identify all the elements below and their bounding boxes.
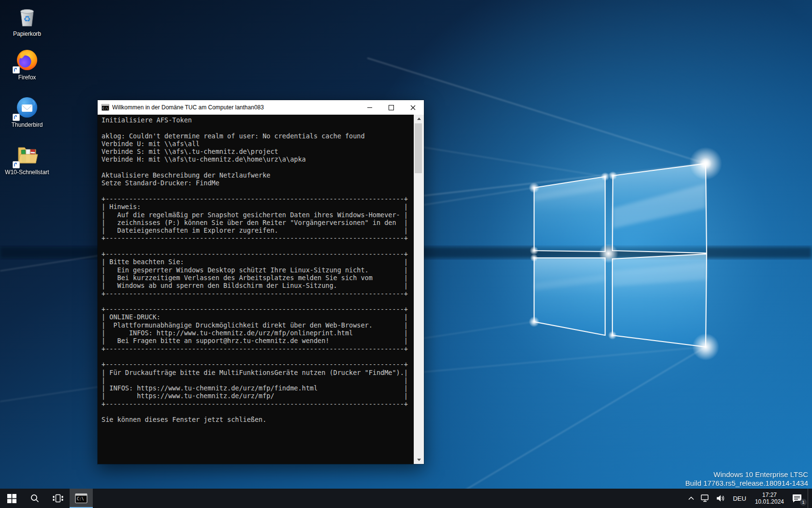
scrollbar-thumb[interactable] <box>415 123 422 173</box>
search-icon <box>30 493 40 503</box>
console-line <box>102 124 414 132</box>
desktop-icon-label: Thunderbird <box>5 122 49 128</box>
taskbar-spacer <box>93 489 685 508</box>
desktop-icon-recycle-bin[interactable]: ♻ Papierkorb <box>5 4 49 37</box>
console-line: +---------------------------------------… <box>102 360 414 368</box>
network-tray-button[interactable] <box>697 489 713 508</box>
chevron-up-icon <box>688 496 694 500</box>
console-output[interactable]: Initialisiere AFS-Tokenaklog: Couldn't d… <box>98 115 414 464</box>
console-line: | ONLINE-DRUCK: | <box>102 313 414 321</box>
firefox-icon <box>5 47 49 73</box>
cmd-icon: C:\_ <box>102 104 109 111</box>
console-line: +---------------------------------------… <box>102 234 414 242</box>
console-line: Aktualisiere Beschreibung der Netzlaufwe… <box>102 171 414 179</box>
console-line: +---------------------------------------… <box>102 400 414 408</box>
maximize-button[interactable] <box>380 100 402 115</box>
network-icon <box>701 494 710 502</box>
volume-icon <box>716 494 725 502</box>
shortcut-arrow-icon <box>13 66 20 74</box>
taskbar-cmd-button[interactable]: C:\ <box>70 489 93 508</box>
console-line <box>102 353 414 360</box>
desktop-icon-thunderbird[interactable]: Thunderbird <box>5 95 49 128</box>
console-line: | Bitte beachten Sie: | <box>102 258 414 266</box>
shortcut-arrow-icon <box>13 114 20 121</box>
console-line <box>102 187 414 195</box>
console-line: | Ein gesperrter Windows Desktop schützt… <box>102 266 414 274</box>
console-line: +---------------------------------------… <box>102 345 414 353</box>
console-line: | Hinweis: | <box>102 203 414 210</box>
folder-books-icon <box>5 142 49 167</box>
windows-build-watermark: Windows 10 Enterprise LTSC Build 17763.r… <box>685 470 808 488</box>
start-icon <box>7 494 16 503</box>
console-line: +---------------------------------------… <box>102 290 414 298</box>
show-desktop-button[interactable] <box>808 489 812 508</box>
cmd-icon: C:\ <box>75 493 87 504</box>
console-line: +---------------------------------------… <box>102 250 414 258</box>
svg-text:♻: ♻ <box>23 14 30 24</box>
console-line: Verbinde U: mit \\afs\all <box>102 140 414 148</box>
language-indicator[interactable]: DEU <box>728 489 750 508</box>
console-line: | Auf die regelmäßig per Snapshot gesich… <box>102 211 414 219</box>
console-line: aklog: Couldn't determine realm of user:… <box>102 132 414 140</box>
console-line <box>102 408 414 416</box>
desktop-icon-label: W10-Schnellstart <box>5 169 49 176</box>
close-icon <box>410 105 416 110</box>
svg-text:C:\_: C:\_ <box>102 106 109 110</box>
window-titlebar[interactable]: C:\_ Willkommen in der Domäne TUC am Com… <box>98 100 424 115</box>
console-line: | INFOS: http://www.tu-chemnitz.de/urz/m… <box>102 329 414 337</box>
watermark-build: Build 17763.rs5_release.180914-1434 <box>685 479 808 488</box>
minimize-icon <box>367 107 372 108</box>
console-line: Verbinde S: mit \\afs\.tu-chemnitz.de\pr… <box>102 148 414 155</box>
console-line: | zeichnisses (P:) können Sie über den R… <box>102 219 414 226</box>
console-line: | Plattformunabhängige Druckmöglichkeit … <box>102 321 414 329</box>
minimize-button[interactable] <box>359 100 380 115</box>
desktop-icon-w10-schnellstart[interactable]: W10-Schnellstart <box>5 142 49 176</box>
task-view-button[interactable] <box>46 489 70 508</box>
taskbar-clock[interactable]: 17:27 10.01.2024 <box>751 489 788 508</box>
clock-date: 10.01.2024 <box>755 498 784 505</box>
console-line: | Windows ab und sperren den Bildschirm … <box>102 282 414 289</box>
console-scrollbar[interactable] <box>414 115 424 464</box>
console-line: | Bei Fragen bitte an support@hrz.tu-che… <box>102 337 414 344</box>
tray-overflow-button[interactable] <box>685 489 697 508</box>
console-line <box>102 298 414 305</box>
console-line: +---------------------------------------… <box>102 305 414 313</box>
console-line: Initialisiere AFS-Token <box>102 116 414 124</box>
clock-time: 17:27 <box>755 492 784 498</box>
window-title: Willkommen in der Domäne TUC am Computer… <box>112 104 359 111</box>
task-view-icon <box>53 494 63 503</box>
close-button[interactable] <box>402 100 424 115</box>
volume-tray-button[interactable] <box>713 489 728 508</box>
console-line: | INFOS: https://www.tu-chemnitz.de/urz/… <box>102 384 414 392</box>
watermark-edition: Windows 10 Enterprise LTSC <box>685 470 808 479</box>
recycle-bin-icon: ♻ <box>5 4 49 29</box>
console-line <box>102 164 414 171</box>
desktop-icon-firefox[interactable]: Firefox <box>5 47 49 81</box>
desktop-icon-label: Firefox <box>5 75 49 81</box>
system-tray: DEU 17:27 10.01.2024 1 <box>685 489 812 508</box>
shortcut-arrow-icon <box>13 161 20 168</box>
console-line: | Bei kurzzeitigem Verlassen des Arbeits… <box>102 274 414 282</box>
scrollbar-up-arrow-icon[interactable] <box>415 115 423 123</box>
start-button[interactable] <box>0 489 23 508</box>
console-line: Verbinde H: mit \\afs\tu-chemnitz.de\hom… <box>102 155 414 163</box>
console-line: +---------------------------------------… <box>102 195 414 203</box>
console-line: | | <box>102 376 414 384</box>
action-center-button[interactable]: 1 <box>788 489 808 508</box>
console-line: | https://www.tu-chemnitz.de/urz/mfp/ | <box>102 392 414 400</box>
console-window: C:\_ Willkommen in der Domäne TUC am Com… <box>98 100 424 464</box>
thunderbird-icon <box>5 95 49 120</box>
desktop-icon-label: Papierkorb <box>5 31 49 37</box>
search-button[interactable] <box>23 489 46 508</box>
console-line: Setze Standard-Drucker: FindMe <box>102 179 414 187</box>
notification-badge: 1 <box>800 499 807 506</box>
console-line <box>102 242 414 250</box>
console-line: | Für Druckaufträge bitte die MultiFunkt… <box>102 369 414 376</box>
taskbar: C:\ DEU 17:27 10. <box>0 489 812 508</box>
maximize-icon <box>389 105 394 110</box>
console-line: Sie können dieses Fenster jetzt schließe… <box>102 416 414 423</box>
scrollbar-down-arrow-icon[interactable] <box>415 456 423 464</box>
svg-text:C:\: C:\ <box>77 497 84 501</box>
console-line: | Dateieigenschaften im Explorer zugreif… <box>102 226 414 234</box>
